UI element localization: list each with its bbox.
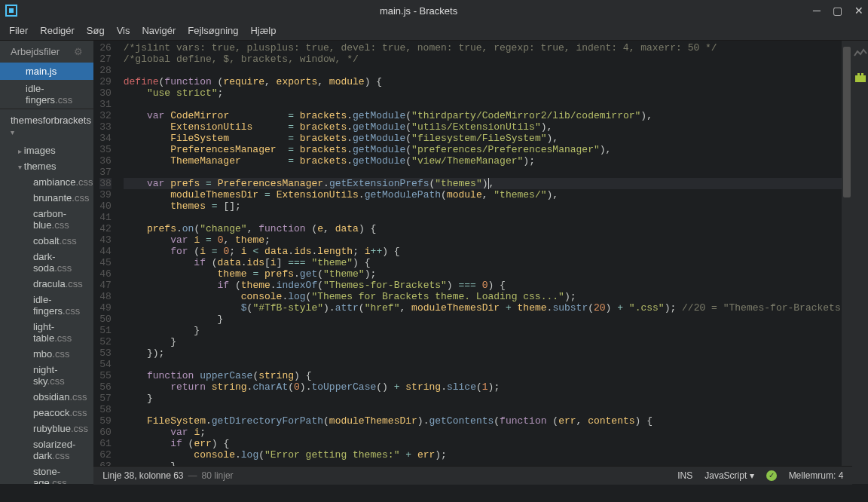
file-item[interactable]: mbo.css [0, 346, 93, 362]
file-item[interactable]: light-table.css [0, 319, 93, 346]
svg-rect-1 [9, 8, 14, 13]
menu-filer[interactable]: Filer [9, 25, 28, 36]
titlebar: main.js - Brackets ─ ▢ ✕ [0, 0, 868, 21]
svg-rect-2 [855, 75, 866, 82]
menu-fejlsogning[interactable]: Fejlsøgning [188, 25, 238, 36]
right-toolbar [852, 41, 868, 484]
folder-item[interactable]: images [0, 142, 93, 158]
svg-rect-4 [861, 73, 863, 76]
insert-mode[interactable]: INS [677, 470, 692, 481]
live-preview-icon[interactable] [854, 48, 867, 62]
menu-rediger[interactable]: Redigér [40, 25, 75, 36]
working-file[interactable]: main.js [0, 63, 93, 80]
file-item[interactable]: cobalt.css [0, 233, 93, 249]
working-files-header: Arbejdsfiler ⚙ [0, 41, 93, 63]
gear-icon[interactable]: ⚙ [74, 46, 83, 57]
maximize-button[interactable]: ▢ [833, 5, 842, 17]
statusbar: Linje 38, kolonne 63 — 80 linjer INS Jav… [93, 466, 852, 484]
file-item[interactable]: idle-fingers.css [0, 292, 93, 319]
file-item[interactable]: peacock.css [0, 405, 93, 421]
cursor-position: Linje 38, kolonne 63 [102, 470, 183, 481]
file-item[interactable]: night-sky.css [0, 362, 93, 389]
file-item[interactable]: obsidian.css [0, 389, 93, 405]
file-item[interactable]: rubyblue.css [0, 421, 93, 436]
menu-sog[interactable]: Søg [87, 25, 105, 36]
file-item[interactable]: dracula.css [0, 276, 93, 292]
svg-rect-3 [857, 73, 860, 76]
close-button[interactable]: ✕ [854, 5, 863, 17]
extension-manager-icon[interactable] [854, 72, 867, 86]
file-item[interactable]: brunante.css [0, 190, 93, 206]
editor[interactable]: 2627282930313233343536373839404142434445… [93, 41, 852, 484]
project-dropdown[interactable]: themesforbrackets [0, 109, 93, 142]
file-item[interactable]: stone-age.css [0, 464, 93, 484]
status-ok-icon[interactable]: ✓ [766, 470, 777, 481]
app-icon [5, 4, 18, 17]
sidebar: Arbejdsfiler ⚙ main.jsidle-fingers.css t… [0, 41, 93, 484]
file-item[interactable]: dark-soda.css [0, 249, 93, 276]
language-mode[interactable]: JavaScript ▾ [704, 470, 753, 481]
menu-hjaelp[interactable]: Hjælp [250, 25, 276, 36]
minimize-button[interactable]: ─ [813, 5, 821, 17]
line-gutter: 2627282930313233343536373839404142434445… [93, 41, 119, 485]
window-title: main.js - Brackets [24, 5, 813, 17]
vertical-scrollbar[interactable] [842, 41, 852, 485]
menubar: Filer Redigér Søg Vis Navigér Fejlsøgnin… [0, 21, 868, 41]
menu-vis[interactable]: Vis [117, 25, 130, 36]
line-count: 80 linjer [202, 470, 234, 481]
menu-naviger[interactable]: Navigér [142, 25, 176, 36]
folder-item[interactable]: themes [0, 158, 93, 174]
working-file[interactable]: idle-fingers.css [0, 80, 93, 109]
file-item[interactable]: solarized-dark.css [0, 436, 93, 464]
indent-mode[interactable]: Mellemrum: 4 [789, 470, 844, 481]
file-item[interactable]: ambiance.css [0, 174, 93, 190]
code-content[interactable]: /*jslint vars: true, plusplus: true, dev… [119, 41, 853, 485]
file-item[interactable]: carbon-blue.css [0, 206, 93, 233]
